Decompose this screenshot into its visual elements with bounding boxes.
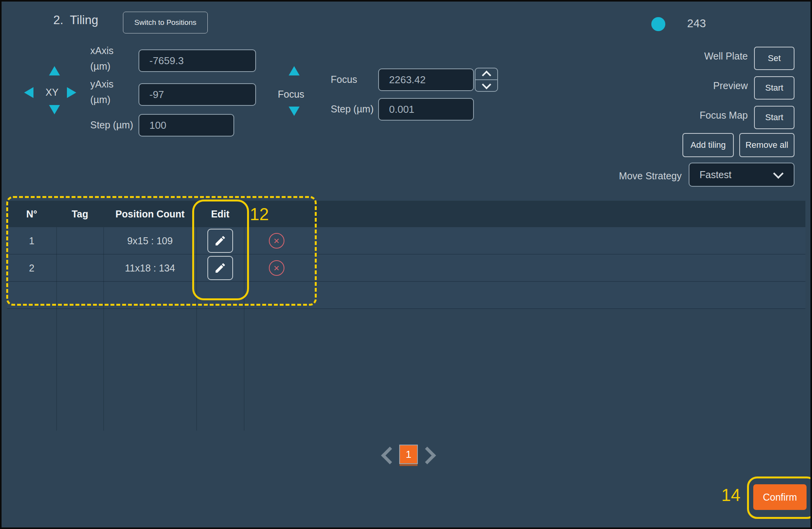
- delete-button[interactable]: ×: [269, 233, 284, 249]
- chevron-down-icon: [773, 168, 784, 179]
- edit-button[interactable]: [207, 229, 233, 253]
- well-plate-set-button[interactable]: Set: [754, 47, 794, 70]
- well-plate-label: Well Plate: [663, 51, 748, 62]
- edit-button[interactable]: [207, 256, 233, 280]
- focus-label: Focus: [331, 74, 357, 85]
- yaxis-unit: (µm): [90, 94, 110, 105]
- next-page-button[interactable]: [418, 447, 436, 464]
- focus-up-arrow-button[interactable]: [289, 66, 300, 75]
- xy-left-arrow-button[interactable]: [24, 87, 33, 98]
- focus-map-label: Focus Map: [663, 110, 748, 121]
- chevron-down-icon: [482, 80, 491, 89]
- table-gridline: [56, 227, 57, 431]
- xy-step-input[interactable]: [139, 114, 234, 137]
- table-row: [7, 282, 805, 309]
- xaxis-input[interactable]: [139, 49, 256, 72]
- position-counter: 243: [687, 17, 706, 30]
- pencil-icon: [214, 235, 226, 247]
- page-title: 2. Tiling: [53, 13, 98, 27]
- focus-spinner-up-button[interactable]: [475, 68, 497, 79]
- xy-down-arrow-button[interactable]: [49, 105, 60, 114]
- annotation-step-14: 14: [721, 485, 740, 505]
- delete-cell: ×: [244, 254, 309, 282]
- focus-map-start-button[interactable]: Start: [754, 106, 794, 129]
- switch-to-positions-button[interactable]: Switch to Positions: [123, 12, 208, 33]
- column-header-n: N°: [7, 201, 56, 227]
- focus-spinner: [475, 68, 498, 92]
- add-tiling-button[interactable]: Add tiling: [682, 133, 734, 157]
- focus-step-label: Step (µm): [331, 103, 374, 115]
- table-row: 2 11x18 : 134 ×: [7, 254, 805, 282]
- position-count-cell: 11x18 : 134: [103, 254, 196, 282]
- position-count-cell: 9x15 : 109: [103, 227, 196, 254]
- table-gridline: [103, 227, 104, 431]
- table-gridline: [196, 227, 197, 431]
- x-icon: ×: [274, 263, 279, 273]
- annotation-step-12: 12: [250, 205, 269, 224]
- move-strategy-value: Fastest: [700, 169, 731, 180]
- focus-down-arrow-button[interactable]: [289, 107, 300, 116]
- tiling-panel: 2. Tiling Switch to Positions 243 XY xAx…: [0, 0, 812, 529]
- status-dot-icon: [651, 17, 665, 31]
- row-number: 2: [7, 254, 56, 282]
- yaxis-input[interactable]: [139, 83, 256, 106]
- pencil-icon: [214, 262, 226, 274]
- confirm-button[interactable]: Confirm: [753, 484, 807, 510]
- delete-cell: ×: [244, 227, 309, 254]
- delete-button[interactable]: ×: [269, 260, 284, 276]
- xaxis-unit: (µm): [90, 61, 110, 72]
- edit-cell: [196, 254, 244, 282]
- focus-pad-label: Focus: [278, 89, 304, 100]
- move-strategy-label: Move Strategy: [601, 170, 682, 182]
- column-header-tag: Tag: [56, 201, 103, 227]
- focus-spinner-down-button[interactable]: [475, 80, 497, 91]
- xy-step-label: Step (µm): [90, 119, 133, 131]
- remove-all-button[interactable]: Remove all: [739, 133, 794, 157]
- preview-start-button[interactable]: Start: [754, 76, 794, 100]
- row-number: 1: [7, 227, 56, 254]
- xaxis-label: xAxis: [90, 45, 114, 56]
- chevron-up-icon: [482, 70, 491, 80]
- focus-step-input[interactable]: [378, 98, 474, 121]
- table-gridline: [244, 227, 244, 431]
- xy-pad-label: XY: [46, 87, 58, 98]
- column-header-position-count: Position Count: [103, 201, 196, 227]
- xy-right-arrow-button[interactable]: [67, 87, 76, 98]
- preview-label: Preview: [663, 80, 748, 91]
- page-1-button[interactable]: 1: [399, 445, 418, 464]
- xy-up-arrow-button[interactable]: [49, 66, 60, 75]
- column-header-edit: Edit: [196, 201, 244, 227]
- table-row: 1 9x15 : 109 ×: [7, 227, 805, 254]
- prev-page-button[interactable]: [381, 447, 398, 464]
- yaxis-label: yAxis: [90, 79, 114, 90]
- edit-cell: [196, 227, 244, 254]
- tag-cell: [56, 227, 103, 254]
- focus-input[interactable]: [378, 68, 474, 91]
- x-icon: ×: [274, 236, 279, 246]
- move-strategy-select[interactable]: Fastest: [689, 163, 794, 187]
- tag-cell: [56, 254, 103, 282]
